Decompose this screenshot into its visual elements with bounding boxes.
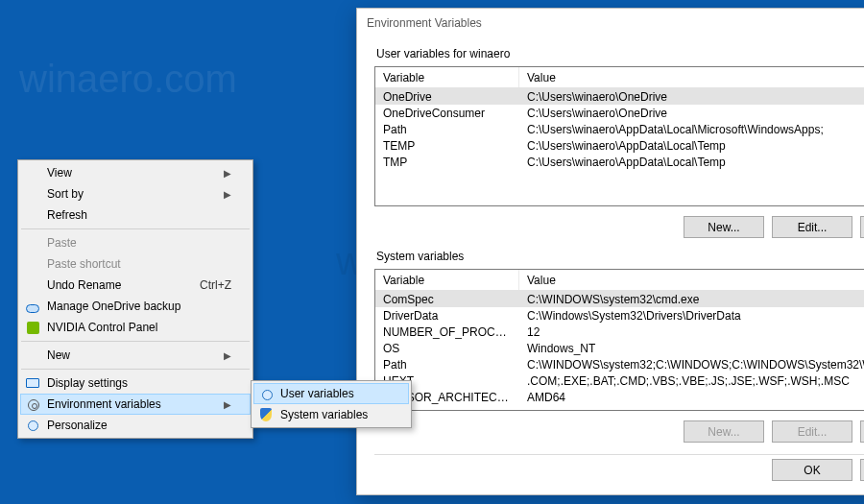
- table-row[interactable]: OSWindows_NT: [375, 340, 864, 356]
- menu-item-undo-rename[interactable]: Undo RenameCtrl+Z: [20, 275, 251, 296]
- cell-value: Windows_NT: [519, 342, 864, 355]
- cloud-icon: [25, 299, 40, 314]
- user-variables-list[interactable]: Variable Value OneDriveC:\Users\winaero\…: [374, 66, 864, 206]
- chevron-right-icon: ▶: [224, 189, 231, 200]
- user-edit-button[interactable]: Edit...: [772, 216, 852, 238]
- menu-item-label: Paste shortcut: [47, 257, 121, 271]
- cell-variable: ComSpec: [375, 293, 519, 306]
- cell-value: C:\Users\winaero\AppData\Local\Microsoft…: [519, 123, 864, 136]
- menu-item-paste: Paste: [20, 232, 251, 253]
- menu-item-label: Manage OneDrive backup: [47, 300, 180, 313]
- cancel-button[interactable]: Cancel: [860, 459, 864, 481]
- user-buttons: New... Edit... Delete: [374, 216, 864, 238]
- shield-icon: [258, 407, 274, 422]
- menu-item-nvidia-control-panel[interactable]: NVIDIA Control Panel: [20, 317, 251, 338]
- system-new-button[interactable]: New...: [684, 420, 764, 443]
- menu-item-view[interactable]: View▶: [20, 162, 251, 183]
- menu-item-paste-shortcut: Paste shortcut: [20, 253, 251, 275]
- dialog-footer: OK Cancel: [357, 459, 864, 494]
- list-header: Variable Value: [375, 270, 864, 291]
- menu-item-label: Refresh: [47, 208, 87, 222]
- system-buttons: New... Edit... Delete: [374, 420, 864, 443]
- system-edit-button[interactable]: Edit...: [772, 420, 852, 443]
- system-variables-label: System variables: [376, 250, 864, 263]
- col-value[interactable]: Value: [519, 270, 864, 290]
- environment-variables-submenu[interactable]: User variablesSystem variables: [251, 380, 412, 428]
- table-row[interactable]: TMPC:\Users\winaero\AppData\Local\Temp: [375, 154, 864, 170]
- cell-value: .COM;.EXE;.BAT;.CMD;.VBS;.VBE;.JS;.JSE;.…: [519, 374, 864, 388]
- submenu-item-label: User variables: [280, 387, 354, 400]
- titlebar: Environment Variables ✕: [357, 9, 864, 37]
- cell-value: C:\Users\winaero\AppData\Local\Temp: [519, 156, 864, 169]
- menu-item-display-settings[interactable]: Display settings: [20, 372, 251, 394]
- table-row[interactable]: ComSpecC:\WINDOWS\system32\cmd.exe: [375, 291, 864, 307]
- cell-variable: TEMP: [375, 139, 519, 153]
- ok-button[interactable]: OK: [772, 459, 852, 481]
- user-delete-button[interactable]: Delete: [860, 216, 864, 238]
- menu-item-refresh[interactable]: Refresh: [20, 204, 251, 226]
- separator: [21, 369, 250, 370]
- table-row[interactable]: CESSOR_ARCHITECTUREAMD64: [375, 389, 864, 405]
- cell-value: C:\WINDOWS\system32;C:\WINDOWS;C:\WINDOW…: [519, 358, 864, 372]
- cell-variable: DriverData: [375, 309, 519, 323]
- environment-variables-dialog: Environment Variables ✕ User variables f…: [356, 8, 864, 495]
- chevron-right-icon: ▶: [224, 350, 231, 361]
- system-variables-list[interactable]: Variable Value ComSpecC:\WINDOWS\system3…: [374, 269, 864, 411]
- menu-item-label: Paste: [47, 236, 77, 250]
- user-icon: [259, 387, 275, 402]
- cell-variable: OneDrive: [375, 90, 519, 104]
- table-row[interactable]: OneDriveConsumerC:\Users\winaero\OneDriv…: [375, 105, 864, 121]
- submenu-item-label: System variables: [280, 408, 368, 421]
- table-row[interactable]: HEXT.COM;.EXE;.BAT;.CMD;.VBS;.VBE;.JS;.J…: [375, 372, 864, 389]
- cell-value: C:\Users\winaero\OneDrive: [519, 107, 864, 120]
- cell-value: AMD64: [519, 391, 864, 404]
- cell-value: C:\WINDOWS\system32\cmd.exe: [519, 293, 864, 306]
- separator: [374, 454, 864, 455]
- menu-item-label: Undo Rename: [47, 278, 121, 292]
- dialog-body: User variables for winaero Variable Valu…: [357, 37, 864, 459]
- submenu-item-user-variables[interactable]: User variables: [253, 383, 409, 404]
- menu-item-label: NVIDIA Control Panel: [47, 321, 157, 334]
- desktop-context-menu[interactable]: View▶Sort by▶RefreshPastePaste shortcutU…: [17, 159, 253, 439]
- dialog-title: Environment Variables: [367, 16, 482, 30]
- menu-item-environment-variables[interactable]: Environment variables▶: [20, 394, 251, 415]
- chevron-right-icon: ▶: [224, 399, 231, 410]
- cell-value: C:\Users\winaero\AppData\Local\Temp: [519, 139, 864, 153]
- menu-item-label: New: [47, 348, 70, 362]
- menu-item-new[interactable]: New▶: [20, 345, 251, 366]
- menu-item-label: Display settings: [47, 376, 128, 390]
- cell-variable: OS: [375, 342, 519, 355]
- menu-item-personalize[interactable]: Personalize: [20, 415, 251, 436]
- col-variable[interactable]: Variable: [375, 270, 519, 290]
- menu-item-label: Environment variables: [47, 397, 161, 411]
- cell-value: C:\Windows\System32\Drivers\DriverData: [519, 309, 864, 323]
- menu-item-shortcut: Ctrl+Z: [200, 278, 231, 292]
- watermark: winaero.com: [19, 58, 237, 101]
- col-value[interactable]: Value: [519, 67, 864, 87]
- menu-item-sort-by[interactable]: Sort by▶: [20, 183, 251, 204]
- menu-item-label: Sort by: [47, 187, 84, 201]
- system-delete-button[interactable]: Delete: [860, 420, 864, 443]
- table-row[interactable]: OneDriveC:\Users\winaero\OneDrive: [375, 88, 864, 105]
- col-variable[interactable]: Variable: [375, 67, 519, 87]
- cell-value: C:\Users\winaero\OneDrive: [519, 90, 864, 104]
- cell-variable: Path: [375, 123, 519, 136]
- menu-item-label: Personalize: [47, 419, 108, 432]
- table-row[interactable]: DriverDataC:\Windows\System32\Drivers\Dr…: [375, 307, 864, 324]
- separator: [21, 341, 250, 342]
- table-row[interactable]: TEMPC:\Users\winaero\AppData\Local\Temp: [375, 137, 864, 154]
- chevron-right-icon: ▶: [224, 168, 231, 179]
- gear-icon: [26, 397, 41, 413]
- user-new-button[interactable]: New...: [684, 216, 764, 238]
- table-row[interactable]: PathC:\Users\winaero\AppData\Local\Micro…: [375, 121, 864, 137]
- table-row[interactable]: PathC:\WINDOWS\system32;C:\WINDOWS;C:\WI…: [375, 356, 864, 372]
- cell-variable: Path: [375, 358, 519, 372]
- nvidia-icon: [25, 320, 40, 335]
- list-header: Variable Value: [375, 67, 864, 88]
- cell-variable: TMP: [375, 156, 519, 169]
- menu-item-manage-onedrive-backup[interactable]: Manage OneDrive backup: [20, 296, 251, 317]
- submenu-item-system-variables[interactable]: System variables: [253, 404, 409, 425]
- cell-variable: OneDriveConsumer: [375, 107, 519, 120]
- cell-variable: NUMBER_OF_PROCESSORS: [375, 325, 519, 339]
- table-row[interactable]: NUMBER_OF_PROCESSORS12: [375, 324, 864, 340]
